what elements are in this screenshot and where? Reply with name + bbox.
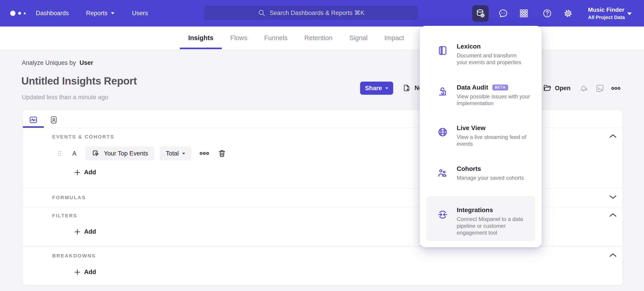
primary-nav-links: Dashboards Reports Users — [36, 0, 148, 26]
open-label: Open — [555, 85, 570, 92]
event-row-a: A Your Top Events Total — [57, 146, 226, 161]
data-management-menu: Lexicon Document and transform your even… — [420, 26, 542, 247]
chevron-down-icon — [609, 195, 617, 199]
plus-icon — [74, 229, 81, 235]
tab-insights[interactable]: Insights — [180, 26, 222, 49]
menu-item-title: Integrations — [457, 206, 493, 214]
chevron-down-icon — [111, 12, 115, 14]
chevron-down-icon[interactable] — [627, 12, 632, 15]
menu-item-title: Live View — [457, 124, 486, 132]
collapse-filters-button[interactable] — [608, 212, 618, 219]
menu-item-data-audit[interactable]: Data Audit BETA View possible issues wit… — [426, 84, 535, 107]
add-to-board-button[interactable] — [595, 83, 605, 93]
tab-retention[interactable]: Retention — [296, 26, 341, 49]
section-header-filters: FILTERS — [52, 213, 77, 219]
more-options-button[interactable] — [611, 83, 621, 93]
tab-label: Impact — [384, 34, 404, 42]
event-options-button[interactable] — [199, 148, 210, 159]
updated-timestamp: Updated less than a minute ago — [22, 94, 108, 101]
nav-item-dashboards[interactable]: Dashboards — [36, 10, 69, 17]
share-button[interactable]: Share — [360, 82, 393, 95]
section-header-events: EVENTS & COHORTS — [52, 134, 114, 140]
mixpanel-logo[interactable] — [10, 0, 26, 26]
drag-dots-icon — [57, 150, 62, 157]
nav-item-label: Users — [132, 10, 148, 17]
analyze-uniques-row: Analyze Uniques by User — [22, 59, 93, 66]
create-alert-button[interactable] — [579, 83, 589, 93]
menu-item-text: Cohorts Manage your saved cohorts — [457, 165, 535, 181]
add-filter-button[interactable]: Add — [74, 228, 96, 235]
search-icon — [258, 9, 266, 17]
event-selector[interactable]: Your Top Events — [86, 146, 154, 160]
menu-item-title: Data Audit — [457, 84, 488, 91]
nav-item-reports[interactable]: Reports — [86, 10, 115, 17]
share-label: Share — [365, 85, 382, 92]
global-search-input[interactable]: Search Dashboards & Reports ⌘K — [204, 6, 418, 20]
data-management-button[interactable] — [472, 5, 489, 22]
question-circle-icon — [542, 8, 552, 18]
add-event-button[interactable]: Add — [74, 169, 96, 176]
mixpanel-app: Dashboards Reports Users Search Dashboar… — [0, 0, 644, 291]
menu-item-lexicon[interactable]: Lexicon Document and transform your even… — [426, 43, 535, 66]
menu-item-desc: Manage your saved cohorts — [457, 175, 535, 181]
data-audit-lock-icon — [438, 86, 448, 97]
logo-dot — [24, 12, 26, 14]
expand-formulas-button[interactable] — [608, 193, 618, 201]
top-navigation-bar: Dashboards Reports Users Search Dashboar… — [0, 0, 644, 26]
tab-label: Funnels — [264, 34, 288, 42]
settings-button[interactable] — [563, 8, 573, 18]
collapse-breakdowns-button[interactable] — [608, 252, 618, 259]
chevron-up-icon — [609, 213, 617, 217]
chevron-down-icon — [182, 153, 185, 155]
cohorts-people-icon — [438, 168, 448, 178]
beta-badge: BETA — [492, 84, 508, 90]
event-cursor-icon — [92, 149, 100, 158]
nav-item-users[interactable]: Users — [132, 10, 148, 17]
menu-item-title: Cohorts — [457, 165, 481, 173]
tab-label: Retention — [304, 34, 332, 42]
tab-label: Signal — [349, 34, 368, 42]
chevron-up-icon — [609, 253, 617, 258]
plus-icon — [74, 269, 81, 276]
section-header-formulas: FORMULAS — [52, 195, 86, 201]
add-breakdown-button[interactable]: Add — [74, 269, 96, 276]
metric-selector[interactable]: Total — [160, 146, 192, 160]
analyze-label: Analyze Uniques by — [22, 59, 76, 66]
profiles-view-tab[interactable] — [49, 115, 58, 124]
open-report-button[interactable]: Open — [543, 84, 570, 92]
menu-item-desc: View possible issues with your implement… — [457, 93, 535, 107]
plus-icon — [74, 169, 81, 176]
menu-item-cohorts[interactable]: Cohorts Manage your saved cohorts — [426, 165, 535, 181]
active-tab-underline — [23, 126, 44, 128]
tab-signal[interactable]: Signal — [341, 26, 376, 49]
help-button[interactable] — [542, 8, 552, 18]
tab-funnels[interactable]: Funnels — [256, 26, 296, 49]
menu-item-text: Lexicon Document and transform your even… — [457, 43, 535, 66]
logo-dot — [18, 12, 21, 15]
collapse-events-button[interactable] — [608, 133, 618, 140]
chevron-down-icon — [385, 87, 388, 89]
add-label: Add — [84, 169, 96, 176]
tab-label: Flows — [230, 34, 248, 42]
ellipsis-icon — [199, 148, 210, 159]
gear-icon — [563, 8, 573, 18]
profile-card-icon — [50, 116, 58, 124]
menu-item-live-view[interactable]: Live View View a live streaming feed of … — [426, 124, 535, 147]
page-title: Untitled Insights Report — [21, 75, 137, 87]
ellipsis-icon — [611, 83, 621, 94]
search-placeholder: Search Dashboards & Reports ⌘K — [270, 9, 365, 16]
chat-bubble-icon — [498, 8, 508, 18]
add-label: Add — [84, 228, 96, 235]
report-type-tabbar: Insights Flows Funnels Retention Signal … — [0, 26, 644, 49]
project-scope: All Project Data — [588, 14, 625, 20]
menu-item-text: Data Audit BETA View possible issues wit… — [457, 84, 535, 107]
tab-impact[interactable]: Impact — [376, 26, 412, 49]
tab-flows[interactable]: Flows — [222, 26, 256, 49]
menu-item-integrations[interactable]: Integrations Connect Mixpanel to a data … — [426, 196, 535, 241]
analyze-entity-selector[interactable]: User — [80, 59, 93, 66]
events-view-tab[interactable] — [29, 115, 38, 124]
drag-handle[interactable] — [57, 150, 62, 157]
feedback-button[interactable] — [498, 8, 508, 18]
apps-grid-button[interactable] — [519, 8, 529, 18]
delete-event-button[interactable] — [218, 149, 226, 158]
